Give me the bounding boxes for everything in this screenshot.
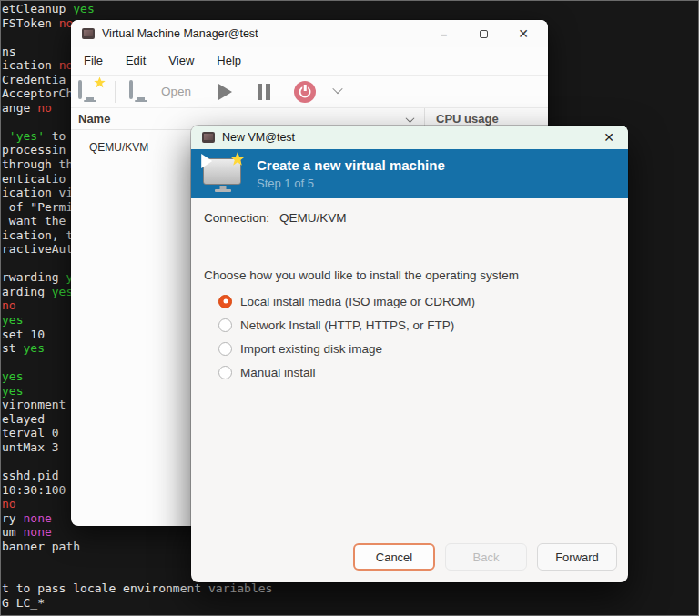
open-console-button[interactable]: Open bbox=[129, 82, 191, 102]
play-icon bbox=[201, 154, 212, 168]
dialog-title: New VM@test bbox=[222, 131, 295, 144]
run-vm-button[interactable] bbox=[218, 84, 232, 100]
screen: etCleanup yesFSToken nonsication noCrede… bbox=[0, 0, 699, 616]
terminal-text-segment: yes bbox=[23, 341, 44, 355]
terminal-text-segment: yes bbox=[2, 313, 23, 327]
terminal-text-segment: of "Permi bbox=[2, 200, 73, 214]
forward-button[interactable]: Forward bbox=[537, 543, 617, 571]
new-vm-button[interactable] bbox=[78, 82, 102, 102]
radio-unchecked-icon[interactable] bbox=[218, 318, 232, 332]
radio-option[interactable]: Import existing disk image bbox=[218, 337, 615, 360]
terminal-line: G LC_* bbox=[2, 596, 699, 611]
terminal-text-segment: yes bbox=[2, 369, 23, 383]
terminal-text-segment: none bbox=[23, 511, 51, 525]
terminal-text-segment: ication bbox=[2, 58, 59, 72]
new-vm-dialog: New VM@test ✕ Create a new virtual machi… bbox=[191, 126, 628, 582]
radio-unchecked-icon[interactable] bbox=[218, 366, 232, 379]
terminal-text-segment: enticatio bbox=[2, 172, 66, 186]
toolbar-separator bbox=[115, 81, 116, 103]
pause-vm-button[interactable] bbox=[258, 84, 270, 100]
terminal-text-segment: to bbox=[45, 129, 66, 143]
toolbar: Open bbox=[71, 76, 548, 108]
terminal-text-segment: vironment bbox=[2, 398, 66, 411]
maximize-button[interactable] bbox=[475, 25, 491, 42]
menu-item-file[interactable]: File bbox=[78, 51, 108, 70]
wizard-step-label: Step 1 of 5 bbox=[257, 177, 445, 190]
terminal-text-segment: through th bbox=[2, 157, 73, 171]
shutdown-menu-chevron-icon[interactable] bbox=[332, 84, 342, 94]
menu-item-edit[interactable]: Edit bbox=[120, 51, 151, 70]
close-button[interactable]: ✕ bbox=[515, 25, 532, 42]
terminal-text-segment: yes bbox=[52, 285, 73, 298]
terminal-text-segment: want the bbox=[2, 214, 66, 227]
maximize-icon bbox=[480, 30, 488, 38]
terminal-line: etCleanup yes bbox=[2, 2, 699, 16]
terminal-text-segment: ication vi bbox=[2, 186, 73, 199]
new-vm-wizard-icon bbox=[202, 156, 244, 192]
radio-option-label: Import existing disk image bbox=[240, 342, 382, 356]
terminal-text-segment: no bbox=[2, 497, 16, 510]
terminal-text-segment: FSToken bbox=[2, 16, 59, 30]
terminal-text-segment: sshd.pid bbox=[2, 469, 59, 482]
terminal-text-segment: st bbox=[2, 341, 23, 355]
connection-label: Connection: bbox=[204, 211, 269, 225]
dialog-titlebar[interactable]: New VM@test ✕ bbox=[191, 126, 628, 149]
wizard-title: Create a new virtual machine bbox=[257, 157, 445, 173]
radio-option-label: Network Install (HTTP, HTTPS, or FTP) bbox=[240, 318, 454, 332]
radio-option[interactable]: Local install media (ISO image or CDROM) bbox=[218, 289, 615, 313]
back-button[interactable]: Back bbox=[445, 543, 527, 571]
sort-chevron-down-icon bbox=[406, 114, 415, 123]
terminal-text-segment: no bbox=[37, 101, 52, 115]
dialog-body: Connection: QEMU/KVM Choose how you woul… bbox=[191, 198, 628, 543]
radio-option-label: Manual install bbox=[240, 366, 316, 379]
terminal-text-segment: etCleanup bbox=[2, 2, 73, 15]
terminal-text-segment: t to pass locale environment variables bbox=[2, 581, 272, 595]
terminal-text-segment: no bbox=[2, 298, 16, 312]
terminal-text-segment: Credentia bbox=[2, 73, 66, 86]
terminal-text-segment: banner path bbox=[2, 540, 80, 553]
terminal-text-segment: rwarding bbox=[2, 270, 66, 284]
minimize-button[interactable]: – bbox=[435, 25, 451, 42]
radio-option[interactable]: Network Install (HTTP, HTTPS, or FTP) bbox=[218, 313, 615, 337]
vmm-window-title: Virtual Machine Manager@test bbox=[102, 27, 258, 40]
open-button-label: Open bbox=[161, 85, 191, 98]
open-console-icon bbox=[129, 82, 153, 102]
shutdown-vm-button[interactable] bbox=[294, 81, 316, 103]
terminal-text-segment: 10:30:100 bbox=[2, 483, 66, 497]
terminal-text-segment: AcceptorCh bbox=[2, 86, 73, 100]
dialog-app-icon bbox=[202, 132, 215, 143]
connection-value: QEMU/KVM bbox=[279, 211, 347, 225]
terminal-text-segment: 'yes' bbox=[9, 129, 45, 143]
vmm-titlebar[interactable]: Virtual Machine Manager@test – ✕ bbox=[71, 20, 548, 47]
wizard-banner: Create a new virtual machine Step 1 of 5 bbox=[191, 149, 628, 198]
terminal-text-segment: elayed bbox=[2, 412, 45, 426]
terminal-text-segment: ractiveAut bbox=[2, 242, 73, 256]
radio-option[interactable]: Manual install bbox=[218, 360, 615, 384]
dialog-footer: Cancel Back Forward bbox=[191, 543, 628, 582]
menu-item-help[interactable]: Help bbox=[211, 51, 247, 70]
terminal-text-segment: um bbox=[2, 525, 23, 539]
new-vm-star-icon bbox=[94, 77, 106, 89]
terminal-text-segment: yes bbox=[73, 2, 94, 15]
menu-bar: FileEditViewHelp bbox=[71, 47, 548, 76]
radio-unchecked-icon[interactable] bbox=[218, 342, 232, 356]
terminal-text-segment: none bbox=[23, 525, 51, 539]
terminal-text-segment: arding bbox=[2, 285, 52, 298]
terminal-text-segment: terval 0 bbox=[2, 426, 59, 439]
terminal-line: t to pass locale environment variables bbox=[2, 581, 699, 596]
install-options: Local install media (ISO image or CDROM)… bbox=[204, 289, 615, 384]
radio-option-label: Local install media (ISO image or CDROM) bbox=[240, 295, 475, 308]
dialog-close-button[interactable]: ✕ bbox=[601, 130, 617, 145]
vmm-app-icon bbox=[82, 28, 95, 39]
menu-item-view[interactable]: View bbox=[163, 51, 199, 70]
terminal-text-segment bbox=[2, 129, 9, 143]
terminal-text-segment: set 10 bbox=[2, 328, 45, 341]
cancel-button[interactable]: Cancel bbox=[353, 543, 435, 571]
terminal-text-segment: G LC_* bbox=[2, 596, 45, 610]
terminal-text-segment: ry bbox=[2, 511, 23, 525]
terminal-text-segment: ication, t bbox=[2, 228, 73, 242]
radio-checked-icon[interactable] bbox=[218, 295, 232, 308]
terminal-text-segment: yes bbox=[2, 384, 23, 398]
install-method-prompt: Choose how you would like to install the… bbox=[204, 268, 615, 282]
terminal-text-segment: ns bbox=[2, 45, 16, 58]
